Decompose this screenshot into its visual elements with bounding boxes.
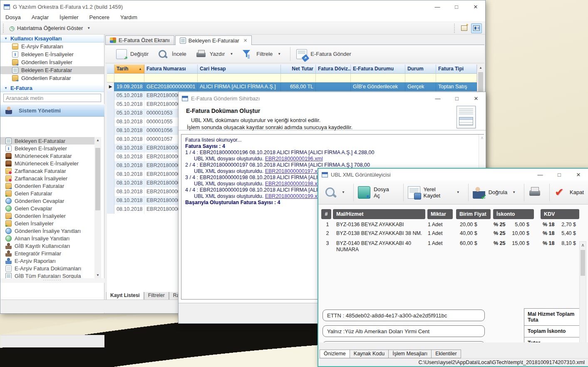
scroll-up-icon[interactable]: ▲	[94, 137, 101, 143]
item-row[interactable]: 3 BYZ-0140 BEYAZ AYAKKABI 40 NUMARA 1 Ad…	[321, 240, 576, 253]
tree-item[interactable]: E-Arşiv Raporları	[0, 257, 94, 265]
tree-item[interactable]: Gönderilen İrsaliye Yanıtları	[0, 227, 94, 235]
tree-item[interactable]: Gönderilen Faturalar	[0, 182, 94, 190]
tree-item[interactable]: Gelen Cevaplar	[0, 205, 94, 212]
chevron-down-icon[interactable]: ▼	[278, 52, 281, 56]
bottom-tab[interactable]: Filtreler	[144, 292, 169, 300]
column-header-fatura-tipi[interactable]: Fatura Tipi	[436, 65, 477, 74]
maximize-icon[interactable]: □	[447, 92, 466, 105]
sidebar-header-efatura[interactable]: ▼ E-Fatura	[0, 84, 104, 92]
tab-close-icon[interactable]: ✕	[243, 38, 247, 43]
validate-button[interactable]: Doğrula▼	[473, 186, 516, 199]
sidebar-header-shortcuts[interactable]: ▼ Kullanıcı Kısayolları	[0, 35, 104, 42]
column-header-efatura-durumu[interactable]: E-Fatura Durumu	[351, 65, 405, 74]
send-efatura-button[interactable]: E-Fatura Gönder	[296, 49, 351, 59]
scroll-thumb[interactable]	[581, 250, 585, 276]
close-icon[interactable]: ✕	[466, 92, 486, 105]
close-icon[interactable]: ✕	[569, 169, 588, 180]
minimize-icon[interactable]: —	[531, 169, 550, 180]
inspect-button[interactable]: İncele	[158, 49, 186, 59]
sidebar-shortcut-item[interactable]: Bekleyen E-İrsaliyeler	[0, 50, 104, 58]
preview-vertical-scrollbar[interactable]: ∧ ∨	[579, 241, 586, 342]
filter-button[interactable]: Filtrele ▼	[242, 49, 281, 59]
xml-file-link[interactable]: EBR2018000000196.xml	[265, 156, 323, 162]
sidebar-shortcut-item[interactable]: Gönderilen İrsaliyeler	[0, 58, 104, 66]
tree-item[interactable]: Gönderilen İrsaliyeler	[0, 212, 94, 220]
main-titlebar[interactable]: G Yazılım Orkestra E-Fatura v1.2 (build …	[0, 0, 485, 13]
chevron-down-icon[interactable]: ▼	[342, 190, 345, 194]
layout-toggle-button[interactable]	[471, 23, 482, 33]
tree-item[interactable]: Alınan İrsaliye Yanıtları	[0, 235, 94, 242]
toolbar-grip[interactable]	[2, 24, 4, 33]
column-header-fatura-doviz[interactable]: Fatura Döviz..	[316, 65, 351, 74]
ubl-tab[interactable]: Önizleme	[320, 350, 350, 358]
chevron-down-icon[interactable]: ▼	[230, 52, 233, 56]
xml-file-link[interactable]: EBR2018000000197.xml	[265, 168, 323, 174]
menu-item[interactable]: Araçlar	[32, 14, 49, 20]
edit-button[interactable]: Değiştir	[116, 49, 149, 59]
tree-item[interactable]: Gönderilen Cevaplar	[0, 197, 94, 205]
item-row[interactable]: 2 BYZ-0138 BEYAZ AYAKKABI 38 NM. 1 Adet …	[321, 230, 576, 237]
minimize-icon[interactable]: —	[428, 0, 447, 13]
maximize-icon[interactable]: □	[447, 0, 466, 13]
ubl-tab[interactable]: Eklentiler	[432, 350, 461, 358]
sidebar-shortcut-item[interactable]: E-Arşiv Faturaları	[0, 42, 104, 50]
column-header-cari-hesap[interactable]: Cari Hesap	[198, 65, 281, 74]
tab-pending-invoices[interactable]: Bekleyen E-Faturalar ✕	[175, 35, 252, 45]
scroll-up-icon[interactable]: ∧	[479, 135, 485, 140]
chevron-down-icon[interactable]: ▼	[512, 190, 516, 194]
tree-item[interactable]: Mühürlenecek E-İrsaliyeler	[0, 160, 94, 167]
close-icon[interactable]: ✕	[466, 0, 485, 13]
sidebar-panel-button[interactable]: Sistem Yönetimi	[0, 104, 104, 117]
chevron-down-icon[interactable]: ▼	[457, 190, 460, 194]
item-row[interactable]: 1 BYZ-0136 BEYAZ AYAKKABI 1 Adet 20,00 $…	[321, 222, 576, 228]
xml-file-link[interactable]: EBR2018000000199.xml	[265, 193, 323, 199]
tab-summary[interactable]: E-Fatura Özet Ekranı	[105, 35, 174, 45]
tree-item[interactable]: Mühürlenecek Faturalar	[0, 152, 94, 160]
tree-item[interactable]: Gelen Faturalar	[0, 190, 94, 197]
tree-item[interactable]: Entegratör Firmalar	[0, 250, 94, 257]
print-button[interactable]	[528, 186, 541, 199]
sidebar-shortcut-item[interactable]: Gönderilen Faturalar	[0, 74, 104, 82]
xml-file-link[interactable]: EBR2018000000198.xml	[265, 181, 323, 187]
menu-item[interactable]: Pencere	[89, 14, 109, 20]
bottom-tab[interactable]: Kayıt Listesi	[106, 292, 144, 300]
ubl-tab[interactable]: İşlem Mesajları	[389, 350, 432, 358]
menu-item[interactable]: Yardım	[120, 14, 137, 20]
scroll-down-icon[interactable]: ▼	[94, 272, 101, 278]
column-header-net-tutar[interactable]: Net Tutar	[281, 65, 316, 74]
tree-item[interactable]: Zarflanacak İrsaliyeler	[0, 175, 94, 182]
menu-item[interactable]: Dosya	[5, 14, 21, 20]
show-reminders-button[interactable]: ◷ Hatırlatma Öğelerini Göster ▼	[6, 24, 94, 32]
minimize-icon[interactable]: —	[428, 92, 447, 105]
print-button[interactable]: Yazdır ▼	[196, 49, 233, 59]
tree-item[interactable]: Bekleyen E-İrsaliyeler	[0, 145, 94, 152]
scroll-thumb[interactable]	[95, 148, 100, 210]
grid-filter-row[interactable]	[107, 74, 477, 82]
tree-item[interactable]: GİB Tüm Faturaları Sorgula	[0, 272, 94, 278]
search-input[interactable]	[3, 94, 101, 102]
close-viewer-button[interactable]: Kapat	[554, 186, 584, 199]
maximize-icon[interactable]: □	[550, 169, 569, 180]
selected-invoice-row[interactable]: ▶ 19.09.2018 GEC2018000000001 ALICI FIRM…	[107, 82, 477, 91]
save-local-button[interactable]: Yerel Kaydet▼	[408, 186, 460, 199]
sidebar-splitter[interactable]: ·········	[0, 278, 104, 283]
tree-item[interactable]: Bekleyen E-Faturalar	[0, 137, 94, 145]
ubl-tab[interactable]: Kaynak Kodu	[350, 350, 389, 358]
toolbar-grip[interactable]	[453, 24, 455, 33]
column-header-fatura-no[interactable]: Fatura Numarası	[144, 65, 198, 74]
zoom-button[interactable]: ▼	[324, 186, 345, 199]
sidebar-shortcut-item[interactable]: Bekleyen E-Faturalar	[0, 66, 104, 74]
tree-scrollbar[interactable]: ▲ ▼	[94, 137, 101, 278]
tree-item[interactable]: Gelen İrsaliyeler	[0, 220, 94, 227]
tree-item[interactable]: E-Arşiv Fatura Dokümanları	[0, 265, 94, 272]
tree-item[interactable]: Zarflanacak Faturalar	[0, 167, 94, 175]
column-header-durum[interactable]: Durum	[405, 65, 436, 74]
scroll-up-icon[interactable]: ▲	[477, 65, 484, 71]
menu-item[interactable]: İşlemler	[60, 14, 79, 20]
column-header-tarih[interactable]: Tarih▲	[114, 65, 144, 74]
scroll-up-icon[interactable]: ∧	[580, 242, 586, 248]
open-file-button[interactable]: Dosya Aç	[358, 186, 395, 199]
tree-item[interactable]: GİB Kayıtlı Kullanıcıları	[0, 242, 94, 250]
add-view-button[interactable]	[459, 23, 469, 33]
